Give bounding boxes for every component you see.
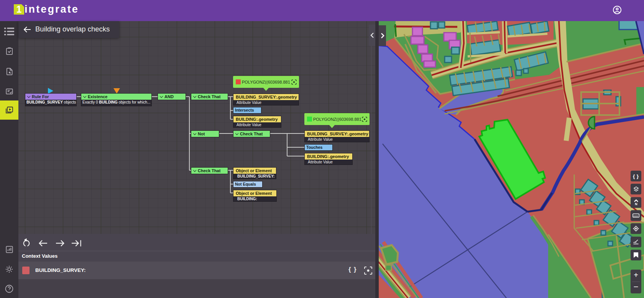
svg-text:N: N xyxy=(635,202,637,206)
